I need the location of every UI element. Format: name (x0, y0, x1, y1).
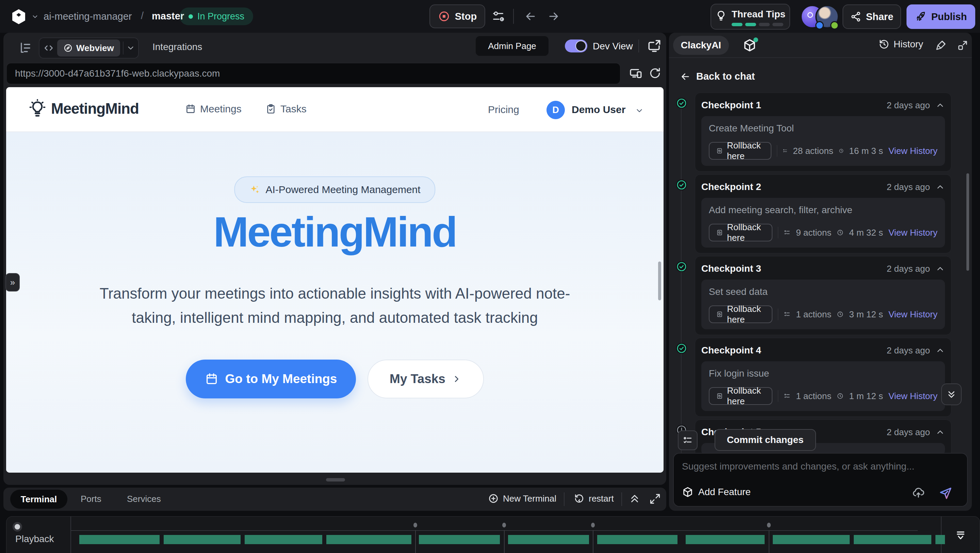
panel-resize-handle[interactable] (326, 478, 345, 481)
navigate-forward-icon[interactable] (547, 10, 560, 23)
site-user-name[interactable]: Demo User (572, 104, 625, 115)
project-name[interactable]: ai-meeting-manager (43, 11, 132, 22)
responsive-preview-icon[interactable] (629, 67, 643, 80)
refresh-icon[interactable] (649, 67, 662, 80)
collapse-checkpoint-icon[interactable] (935, 182, 945, 192)
view-history-link[interactable]: View History (888, 391, 937, 402)
collapse-terminal-icon[interactable] (629, 493, 640, 505)
share-button[interactable]: Share (843, 5, 901, 29)
playback-segment[interactable] (854, 535, 931, 544)
cloud-upload-icon[interactable] (912, 486, 925, 499)
open-in-new-window-icon[interactable] (647, 39, 662, 53)
restart-button[interactable]: restart (574, 493, 614, 504)
environment-settings-icon[interactable] (492, 10, 505, 23)
checkpoint-state-icon (676, 343, 687, 354)
rollback-icon (716, 309, 723, 319)
checkpoint-list: Checkpoint 1 2 days ago Create Meeting T… (669, 87, 972, 454)
checkpoint-card[interactable]: Checkpoint 2 2 days ago Add meeting sear… (695, 174, 951, 253)
site-user-avatar[interactable]: D (546, 101, 565, 119)
view-history-link[interactable]: View History (888, 309, 937, 320)
dev-view-toggle[interactable] (565, 40, 587, 53)
sidebar-expand-handle[interactable]: » (5, 273, 20, 292)
collapse-checkpoint-icon[interactable] (935, 427, 945, 437)
tab-ports[interactable]: Ports (81, 494, 102, 504)
scroll-to-bottom-button[interactable] (941, 383, 962, 405)
playback-segment[interactable] (935, 535, 945, 544)
duration: 4 m 32 s (849, 228, 883, 238)
collapse-checkpoint-icon[interactable] (935, 264, 945, 273)
back-to-chat-link[interactable]: Back to chat (680, 71, 755, 82)
site-user-menu-chevron-icon[interactable] (635, 106, 644, 115)
checkpoint-scrollbar[interactable] (966, 173, 969, 271)
rollback-icon (716, 228, 723, 237)
collapse-panel-icon[interactable] (957, 40, 969, 51)
checkpoint-state-icon (676, 261, 687, 272)
tab-services[interactable]: Services (127, 494, 161, 504)
assistant-panel: ClackyAI History Back to chat Checkpoint… (669, 33, 972, 511)
workspace-switcher-chevron-icon[interactable] (31, 13, 39, 21)
playback-segment[interactable] (79, 535, 159, 544)
view-history-link[interactable]: View History (888, 228, 937, 238)
playback-section-divider (504, 530, 504, 553)
checkpoint-card[interactable]: Checkpoint 1 2 days ago Create Meeting T… (695, 92, 951, 172)
go-to-meetings-button[interactable]: Go to My Meetings (186, 360, 356, 398)
site-nav-meetings[interactable]: Meetings (185, 103, 242, 115)
tab-terminal[interactable]: Terminal (10, 490, 67, 509)
commit-list-button[interactable] (678, 430, 698, 450)
publish-button[interactable]: Publish (907, 5, 975, 29)
playback-segment[interactable] (508, 535, 589, 544)
rollback-button[interactable]: Rollback here (709, 306, 772, 323)
site-nav-tasks[interactable]: Tasks (266, 103, 307, 115)
brush-icon[interactable] (935, 40, 947, 51)
playback-segment[interactable] (773, 535, 850, 544)
actions-count: 1 actions (796, 309, 831, 320)
playback-segment[interactable] (419, 535, 500, 544)
code-view-icon[interactable] (43, 43, 54, 53)
rollback-button[interactable]: Rollback here (709, 224, 772, 241)
navigate-back-icon[interactable] (524, 10, 537, 23)
thread-tips-button[interactable]: Thread Tips (711, 4, 790, 30)
checkpoint-time: 2 days ago (887, 427, 930, 438)
webview-scrollbar[interactable] (658, 261, 661, 300)
chat-input[interactable]: Suggest improvements and changes, or ask… (673, 453, 968, 507)
playback-segment[interactable] (326, 535, 411, 544)
url-bar[interactable]: https://3000-d47a61b371f6-web.clackypaas… (6, 63, 620, 84)
new-terminal-button[interactable]: New Terminal (488, 493, 556, 504)
stop-button[interactable]: Stop (430, 5, 485, 28)
playback-segment[interactable] (597, 535, 678, 544)
my-tasks-button[interactable]: My Tasks (368, 360, 484, 398)
admin-page-button[interactable]: Admin Page (476, 36, 549, 56)
maximize-terminal-icon[interactable] (649, 493, 661, 505)
checkpoint-card[interactable]: Checkpoint 4 2 days ago Fix login issue … (695, 338, 951, 417)
webview-tab-dropdown[interactable] (123, 41, 138, 54)
site-brand[interactable]: MeetingMind (51, 100, 139, 117)
dev-view-label: Dev View (593, 41, 633, 52)
site-nav-pricing[interactable]: Pricing (488, 104, 519, 115)
collapse-checkpoint-icon[interactable] (935, 100, 945, 110)
actions-count: 28 actions (793, 146, 833, 156)
view-history-link[interactable]: View History (888, 146, 937, 156)
branch-name[interactable]: master (152, 11, 184, 22)
terminal-bar: Terminal Ports Services New Terminal res… (3, 488, 666, 511)
site-header: MeetingMind Meetings Tasks Pricing D Dem… (6, 87, 663, 132)
checkpoint-card[interactable]: Checkpoint 3 2 days ago Set seed data Ro… (695, 256, 951, 335)
rollback-button[interactable]: Rollback here (709, 387, 772, 405)
playback-segment[interactable] (164, 535, 240, 544)
collapse-checkpoint-icon[interactable] (935, 346, 945, 355)
tab-clackyai[interactable]: ClackyAI (673, 36, 729, 55)
playback-collapse-box[interactable] (941, 516, 980, 553)
restart-icon (574, 493, 585, 504)
playback-marker-dot (414, 523, 417, 528)
tab-integrations[interactable]: Integrations (153, 41, 202, 53)
history-button[interactable]: History (878, 39, 923, 50)
commit-changes-button[interactable]: Commit changes (714, 429, 816, 451)
file-tree-icon[interactable] (18, 41, 33, 55)
rollback-button[interactable]: Rollback here (709, 142, 772, 160)
app-logo-icon[interactable] (10, 8, 28, 26)
tab-webview[interactable]: Webview (57, 40, 120, 57)
send-icon[interactable] (939, 486, 953, 500)
back-to-chat-label: Back to chat (696, 71, 755, 82)
playback-segment[interactable] (245, 535, 322, 544)
add-feature-button[interactable]: Add Feature (682, 486, 751, 498)
playback-segment[interactable] (686, 535, 765, 544)
